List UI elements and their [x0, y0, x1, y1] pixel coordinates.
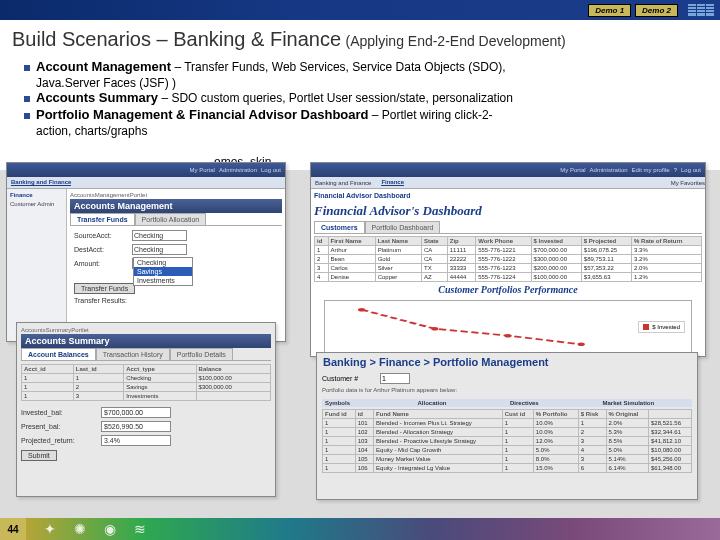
- portlet-title: AccountsManagementPortlet: [70, 192, 282, 198]
- footer-bar: 44 ✦ ✺ ◉ ≋: [0, 518, 720, 540]
- tab-details[interactable]: Portfolio Details: [170, 348, 233, 360]
- submit-button[interactable]: Submit: [21, 450, 57, 461]
- label: DestAcct:: [74, 246, 132, 253]
- svg-point-3: [578, 343, 585, 346]
- slide-subtitle: (Applying End-2-End Development): [346, 33, 566, 49]
- chart-line-icon: [325, 301, 691, 353]
- table-row: 2BeanGoldCA22222555-776-1222$300,000.00$…: [315, 255, 702, 264]
- sidebar: Finance Customer Admin: [7, 189, 67, 341]
- breadcrumb: Banking > Finance > Portfolio Management: [317, 353, 697, 371]
- transfer-button[interactable]: Transfer Funds: [74, 283, 135, 294]
- screenshot-area: My Portal Administration Log out Banking…: [0, 170, 720, 518]
- table-row: 1106Equity - Integrated Lg Value115.0%66…: [323, 464, 692, 473]
- slide-title: Build Scenarios – Banking & Finance: [12, 28, 341, 50]
- tab-customers[interactable]: Customers: [314, 221, 365, 233]
- dd-option[interactable]: Checking: [134, 258, 192, 267]
- tab-portfolio-dash[interactable]: Portfolio Dashboard: [365, 221, 441, 233]
- source-acct-select[interactable]: Checking: [132, 230, 187, 241]
- table-row: 1104Equity - Mid Cap Growth15.0%45.0%$10…: [323, 446, 692, 455]
- performance-chart: $ Invested: [324, 300, 692, 354]
- label: Amount:: [74, 260, 132, 267]
- table-row: 13Investments: [22, 392, 271, 401]
- globe-icon: ◉: [102, 521, 118, 537]
- table-row: 1103Blended - Proactive Lifestyle Strate…: [323, 437, 692, 446]
- waves-icon: ≋: [132, 521, 148, 537]
- portlet-heading: Accounts Management: [70, 199, 282, 213]
- portlet-heading: Accounts Summary: [21, 334, 271, 348]
- table-row: 1102Blended - Allocation Strategy110.0%2…: [323, 428, 692, 437]
- demo2-button[interactable]: Demo 2: [635, 4, 678, 17]
- demo1-button[interactable]: Demo 1: [588, 4, 631, 17]
- portal-link[interactable]: My Portal: [190, 167, 215, 173]
- table-row: 4DeniseCopperAZ44444555-776-1224$100,000…: [315, 273, 702, 282]
- bullet-3: Portfolio Management & Financial Advisor…: [24, 107, 708, 122]
- tab-portfolio-alloc[interactable]: Portfolio Allocation: [135, 213, 207, 225]
- table-row: 11Checking$100,000.00: [22, 374, 271, 383]
- svg-point-0: [358, 308, 365, 311]
- burst-icon: ✺: [72, 521, 88, 537]
- tab-row: Account Balances Transaction History Por…: [21, 348, 271, 361]
- table-row: 1ArthurPlatinumCA11111555-776-1221$700,0…: [315, 246, 702, 255]
- portal-link[interactable]: Administration: [219, 167, 257, 173]
- chart-legend: $ Invested: [638, 321, 685, 333]
- footer-icons: ✦ ✺ ◉ ≋: [42, 521, 148, 537]
- bullet-list: Account Management – Transfer Funds, Web…: [0, 55, 720, 142]
- dd-option[interactable]: Investments: [134, 276, 192, 285]
- nav-strip: Banking and Finance Finance My Favorites: [311, 177, 705, 189]
- nav-strip: Banking and Finance: [7, 177, 285, 189]
- bullet-3-cont: action, charts/graphs: [24, 124, 708, 138]
- portlet-title: AccountsSummaryPortlet: [21, 327, 271, 333]
- slide-title-row: Build Scenarios – Banking & Finance (App…: [0, 20, 720, 55]
- bullet-1-cont: Java.Server Faces (JSF) ): [24, 76, 708, 90]
- star-icon: ✦: [42, 521, 58, 537]
- accounts-mgmt-window: My Portal Administration Log out Banking…: [6, 162, 286, 342]
- top-bar: Demo 1 Demo 2: [0, 0, 720, 20]
- accounts-summary-window: AccountsSummaryPortlet Accounts Summary …: [16, 322, 276, 497]
- customer-select[interactable]: 1: [380, 373, 410, 384]
- customers-table: idFirst NameLast NameStateZipWork Phone$…: [314, 236, 702, 282]
- accounts-mgmt-main: AccountsManagementPortlet Accounts Manag…: [67, 189, 285, 341]
- portal-header: My Portal Administration Log out: [7, 163, 285, 177]
- table-row: 3CarlosSilverTX33333555-776-1223$200,000…: [315, 264, 702, 273]
- svg-point-1: [431, 327, 438, 330]
- bullet-1: Account Management – Transfer Funds, Web…: [24, 59, 708, 74]
- balances-table: Acct_idLast_idAcct_typeBalance 11Checkin…: [21, 364, 271, 401]
- table-row: 1105Money Market Value18.0%35.14%$45,256…: [323, 455, 692, 464]
- page-number: 44: [0, 518, 26, 540]
- transfer-form: SourceAcct:Checking DestAcct: Checking C…: [70, 226, 282, 311]
- portfolio-table: Fund ididFund NameCust id% Portfolio$ Ri…: [322, 409, 692, 473]
- tab-transfer[interactable]: Transfer Funds: [70, 213, 135, 225]
- dash-portlet-label: Financial Advisor Dashboard: [314, 192, 702, 199]
- ibm-logo: [688, 4, 714, 16]
- portal-link[interactable]: Log out: [261, 167, 281, 173]
- nav-tab[interactable]: Banking and Finance: [11, 179, 71, 186]
- dest-acct-select[interactable]: Checking Checking Savings Investments: [132, 244, 187, 255]
- tab-balances[interactable]: Account Balances: [21, 348, 96, 360]
- tab-history[interactable]: Transaction History: [96, 348, 170, 360]
- table-row: 1101Blended - Incomes Plus Lt. Strategy1…: [323, 419, 692, 428]
- table-row: 12Savings$300,000.00: [22, 383, 271, 392]
- result-label: Transfer Results:: [74, 297, 127, 304]
- portfolio-note: Portfolio data is for Arthur Platinum ap…: [322, 387, 692, 393]
- chart-title: Customer Portfolios Performance: [314, 282, 702, 297]
- dd-option[interactable]: Savings: [134, 267, 192, 276]
- bullet-2: Accounts Summary – SDO custom queries, P…: [24, 90, 708, 105]
- dest-acct-dropdown: Checking Savings Investments: [133, 257, 193, 286]
- label: SourceAcct:: [74, 232, 132, 239]
- svg-point-2: [504, 334, 511, 337]
- portfolio-mgmt-window: Banking > Finance > Portfolio Management…: [316, 352, 698, 500]
- sidebar-head: Finance: [10, 192, 63, 198]
- dashboard-title: Financial Advisor's Dashboard: [314, 201, 702, 221]
- advisor-dashboard-window: My Portal Administration Edit my profile…: [310, 162, 706, 357]
- sidebar-item[interactable]: Customer Admin: [10, 201, 63, 207]
- tab-row: Transfer Funds Portfolio Allocation: [70, 213, 282, 226]
- portal-header: My Portal Administration Edit my profile…: [311, 163, 705, 177]
